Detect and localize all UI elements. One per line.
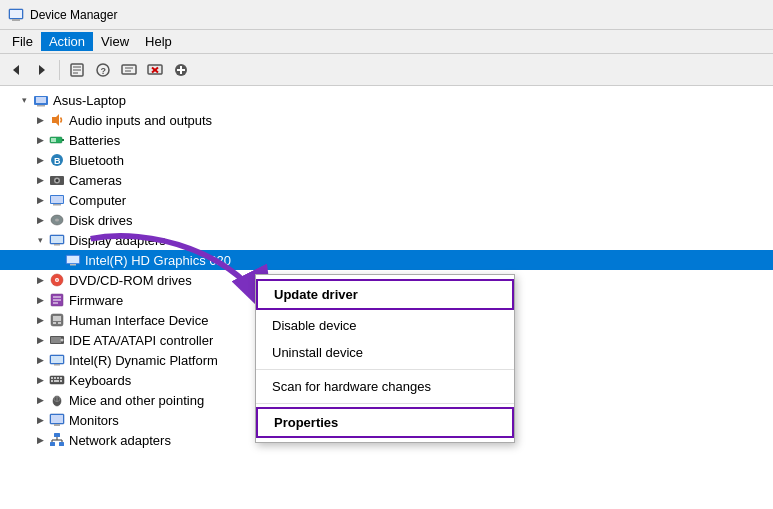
context-menu-uninstall-device[interactable]: Uninstall device	[256, 339, 514, 366]
tree-item-disk[interactable]: ▶ Disk drives	[0, 210, 773, 230]
back-button[interactable]	[4, 58, 28, 82]
audio-expand[interactable]: ▶	[32, 112, 48, 128]
ide-expand[interactable]: ▶	[32, 332, 48, 348]
svg-point-45	[56, 279, 58, 281]
network-expand[interactable]: ▶	[32, 432, 48, 448]
properties-button[interactable]	[65, 58, 89, 82]
forward-button[interactable]	[30, 58, 54, 82]
disk-expand[interactable]: ▶	[32, 212, 48, 228]
intel-gpu-icon	[64, 251, 82, 269]
hid-label: Human Interface Device	[69, 313, 208, 328]
svg-rect-64	[60, 377, 62, 379]
tree-item-cameras[interactable]: ▶ Cameras	[0, 170, 773, 190]
context-menu-properties[interactable]: Properties	[256, 407, 514, 438]
svg-rect-53	[58, 322, 61, 324]
keyboards-label: Keyboards	[69, 373, 131, 388]
network-icon	[48, 431, 66, 449]
menu-help[interactable]: Help	[137, 32, 180, 51]
keyboards-icon	[48, 371, 66, 389]
svg-rect-38	[51, 236, 63, 243]
tree-item-intel-gpu[interactable]: ▶ Intel(R) HD Graphics 620	[0, 250, 773, 270]
context-menu-scan[interactable]: Scan for hardware changes	[256, 373, 514, 400]
mice-expand[interactable]: ▶	[32, 392, 48, 408]
batteries-label: Batteries	[69, 133, 120, 148]
menu-file[interactable]: File	[4, 32, 41, 51]
tree-item-audio[interactable]: ▶ Audio inputs and outputs	[0, 110, 773, 130]
intel-gpu-label: Intel(R) HD Graphics 620	[85, 253, 231, 268]
svg-text:?: ?	[101, 66, 107, 76]
monitors-expand[interactable]: ▶	[32, 412, 48, 428]
svg-point-31	[56, 179, 59, 182]
disk-icon	[48, 211, 66, 229]
hid-icon	[48, 311, 66, 329]
svg-rect-67	[60, 380, 62, 382]
display-expand[interactable]: ▾	[32, 232, 48, 248]
context-menu-disable-device[interactable]: Disable device	[256, 312, 514, 339]
svg-rect-58	[51, 356, 63, 363]
svg-rect-33	[51, 196, 63, 203]
help-button[interactable]: ?	[91, 58, 115, 82]
toolbar: ?	[0, 54, 773, 86]
bluetooth-expand[interactable]: ▶	[32, 152, 48, 168]
intel-dyn-label: Intel(R) Dynamic Platform	[69, 353, 218, 368]
root-expand-icon[interactable]: ▾	[16, 92, 32, 108]
svg-marker-23	[52, 114, 59, 126]
app-icon	[8, 7, 24, 23]
main-area: ▾ Asus-Laptop ▶ Audio inputs and	[0, 86, 773, 509]
computer-label: Computer	[69, 193, 126, 208]
remove-button[interactable]	[143, 58, 167, 82]
display-label: Display adapters	[69, 233, 166, 248]
tree-item-bluetooth[interactable]: ▶ B Bluetooth	[0, 150, 773, 170]
computer-icon	[48, 191, 66, 209]
tree-item-display[interactable]: ▾ Display adapters	[0, 230, 773, 250]
tree-item-batteries[interactable]: ▶ Batteries	[0, 130, 773, 150]
app-title: Device Manager	[30, 8, 117, 22]
network-label: Network adapters	[69, 433, 171, 448]
intel-dyn-expand[interactable]: ▶	[32, 352, 48, 368]
dvd-label: DVD/CD-ROM drives	[69, 273, 192, 288]
context-menu: Update driver Disable device Uninstall d…	[255, 274, 515, 443]
svg-rect-74	[54, 433, 60, 437]
svg-rect-2	[10, 10, 22, 18]
svg-rect-75	[50, 442, 55, 446]
dvd-icon	[48, 271, 66, 289]
tree-root[interactable]: ▾ Asus-Laptop	[0, 90, 773, 110]
keyboards-expand[interactable]: ▶	[32, 372, 48, 388]
firmware-expand[interactable]: ▶	[32, 292, 48, 308]
context-menu-sep-1	[256, 369, 514, 370]
svg-rect-61	[51, 377, 53, 379]
cameras-label: Cameras	[69, 173, 122, 188]
context-menu-update-driver[interactable]: Update driver	[256, 279, 514, 310]
menu-action[interactable]: Action	[41, 32, 93, 51]
ide-icon	[48, 331, 66, 349]
tree-item-computer[interactable]: ▶ Computer	[0, 190, 773, 210]
svg-rect-52	[53, 322, 56, 324]
svg-rect-21	[36, 97, 46, 103]
firmware-icon	[48, 291, 66, 309]
bluetooth-icon: B	[48, 151, 66, 169]
monitors-label: Monitors	[69, 413, 119, 428]
svg-rect-25	[62, 139, 64, 141]
svg-rect-51	[53, 316, 61, 321]
dvd-expand[interactable]: ▶	[32, 272, 48, 288]
svg-rect-76	[59, 442, 64, 446]
svg-rect-65	[51, 380, 53, 382]
hid-expand[interactable]: ▶	[32, 312, 48, 328]
scan-button[interactable]	[117, 58, 141, 82]
batteries-expand[interactable]: ▶	[32, 132, 48, 148]
computer-expand[interactable]: ▶	[32, 192, 48, 208]
svg-rect-22	[37, 105, 45, 107]
svg-rect-55	[51, 337, 61, 343]
svg-rect-73	[54, 424, 60, 426]
mice-label: Mice and other pointing	[69, 393, 204, 408]
svg-rect-63	[57, 377, 59, 379]
disk-label: Disk drives	[69, 213, 133, 228]
menu-view[interactable]: View	[93, 32, 137, 51]
svg-text:B: B	[54, 156, 61, 166]
add-button[interactable]	[169, 58, 193, 82]
cameras-expand[interactable]: ▶	[32, 172, 48, 188]
audio-label: Audio inputs and outputs	[69, 113, 212, 128]
cameras-icon	[48, 171, 66, 189]
svg-rect-39	[54, 244, 60, 246]
svg-rect-42	[70, 264, 76, 266]
